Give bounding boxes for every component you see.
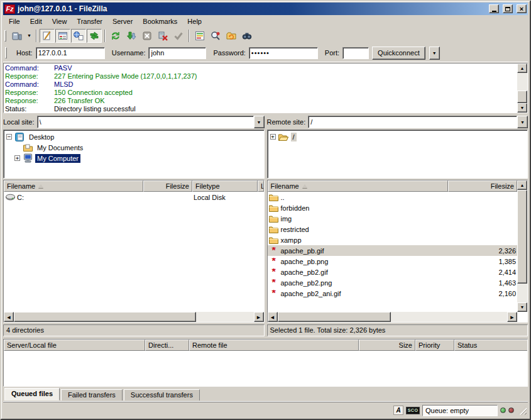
remote-file-row[interactable]: forbidden	[268, 202, 518, 213]
collapse-icon[interactable]	[6, 134, 12, 140]
remote-file-row[interactable]: img	[268, 213, 518, 224]
message-log-body: Command:PASV Response:227 Entering Passi…	[4, 64, 517, 113]
scrollbar-thumb[interactable]	[517, 91, 527, 103]
host-input[interactable]	[36, 47, 105, 59]
column-header-direction[interactable]: Directi...	[145, 340, 189, 351]
resize-grip[interactable]	[518, 406, 527, 415]
scroll-right-icon[interactable]: ▶	[254, 312, 264, 322]
tree-item-root[interactable]: /	[268, 131, 528, 142]
tab-successful-transfers[interactable]: Successful transfers	[124, 389, 200, 401]
tab-queued-files[interactable]: Queued files	[4, 388, 60, 401]
column-header-filesize[interactable]: Filesize	[448, 180, 518, 192]
toolbar-separator	[104, 30, 106, 42]
toggle-message-log-button[interactable]	[40, 29, 55, 43]
password-input[interactable]	[249, 47, 318, 59]
menu-item-help[interactable]: Help	[182, 16, 207, 26]
column-header-filetype[interactable]: Filetype	[192, 180, 258, 192]
toolbar-separator	[36, 30, 37, 42]
refresh-button[interactable]	[108, 29, 123, 43]
synchronized-browsing-button[interactable]	[224, 29, 239, 43]
statusbar: A SCO Queue: empty	[3, 402, 528, 417]
quickconnect-dropdown-button[interactable]: ▼	[429, 47, 440, 60]
remote-site-input[interactable]	[308, 116, 517, 128]
toggle-local-tree-button[interactable]	[55, 29, 70, 43]
menu-item-server[interactable]: Server	[107, 16, 138, 26]
find-files-button[interactable]	[239, 29, 255, 43]
remote-file-row[interactable]: *apache_pb2_ani.gif2,160	[268, 288, 518, 299]
log-line: Response:150 Connection accepted	[5, 89, 516, 97]
site-manager-button[interactable]	[9, 29, 25, 43]
column-header-remote-file[interactable]: Remote file	[189, 340, 359, 351]
column-header-filename[interactable]: Filename	[4, 180, 143, 192]
maximize-button[interactable]	[503, 4, 513, 13]
cancel-operation-button[interactable]	[140, 29, 155, 43]
scroll-up-icon[interactable]: ▲	[517, 64, 527, 73]
column-header-filename[interactable]: Filename	[268, 180, 448, 192]
process-queue-button[interactable]	[124, 29, 139, 43]
tab-failed-transfers[interactable]: Failed transfers	[61, 389, 123, 401]
tree-item-desktop[interactable]: Desktop	[4, 131, 264, 142]
disconnect-icon	[158, 31, 168, 41]
tree-item-my-documents[interactable]: My Documents	[4, 142, 264, 153]
remote-file-row[interactable]: ..	[268, 192, 518, 202]
local-horizontal-scrollbar[interactable]: ◀ ▶	[4, 312, 264, 322]
remote-file-row[interactable]: *apache_pb2.gif2,414	[268, 267, 518, 277]
log-line: Command:MLSD	[5, 80, 516, 89]
close-button[interactable]: ×	[517, 4, 527, 13]
scroll-left-icon[interactable]: ◀	[268, 312, 278, 322]
remote-file-row[interactable]: *apache_pb2.png1,463	[268, 277, 518, 288]
scroll-down-icon[interactable]: ▼	[517, 103, 527, 113]
remote-file-row[interactable]: *apache_pb.png1,385	[268, 256, 518, 267]
local-file-row[interactable]: C: Local Disk	[4, 192, 264, 202]
toggle-remote-tree-button[interactable]	[71, 29, 86, 43]
scrollbar-thumb[interactable]	[278, 312, 391, 322]
menu-item-view[interactable]: View	[47, 16, 72, 26]
remote-file-row[interactable]: restricted	[268, 224, 518, 235]
username-input[interactable]	[148, 47, 206, 59]
tree-item-my-computer[interactable]: My Computer	[4, 153, 264, 163]
message-log: Command:PASV Response:227 Entering Passi…	[3, 63, 528, 113]
log-vertical-scrollbar[interactable]: ▲ ▼	[517, 64, 527, 113]
scrollbar-thumb[interactable]	[517, 190, 527, 284]
port-input[interactable]	[342, 47, 369, 59]
menu-item-file[interactable]: File	[4, 16, 25, 26]
scroll-left-icon[interactable]: ◀	[4, 312, 14, 322]
scroll-right-icon[interactable]: ▶	[507, 312, 517, 322]
remote-site-combo[interactable]: ▼	[308, 116, 528, 128]
column-header-server-local-file[interactable]: Server/Local file	[4, 340, 145, 351]
expand-icon[interactable]	[270, 134, 276, 140]
activity-led-red-icon	[508, 407, 514, 413]
menu-item-transfer[interactable]: Transfer	[72, 16, 107, 26]
remote-vertical-scrollbar[interactable]: ▲ ▼	[517, 180, 527, 312]
remote-horizontal-scrollbar[interactable]: ◀ ▶	[268, 312, 518, 322]
toggle-transfer-queue-button[interactable]	[87, 29, 102, 43]
column-header-priority[interactable]: Priority	[415, 340, 454, 351]
column-header-filesize[interactable]: Filesize	[143, 180, 192, 192]
remote-site-dropdown-button[interactable]: ▼	[517, 116, 528, 128]
minimize-icon	[492, 11, 496, 12]
directory-comparison-button[interactable]	[208, 29, 223, 43]
remote-file-row-selected[interactable]: *apache_pb.gif2,326	[268, 245, 518, 256]
toolbar-grip[interactable]	[4, 30, 6, 41]
scroll-up-icon[interactable]: ▲	[517, 180, 527, 190]
titlebar[interactable]: Fz john@127.0.0.1 - FileZilla ×	[3, 3, 528, 15]
site-manager-dropdown-button[interactable]: ▼	[25, 29, 33, 43]
quickconnect-button[interactable]: Quickconnect	[372, 47, 425, 60]
minimize-button[interactable]	[489, 4, 499, 13]
local-site-input[interactable]	[37, 116, 254, 128]
menu-item-edit[interactable]: Edit	[25, 16, 47, 26]
quickconnect-grip[interactable]	[5, 47, 7, 58]
filter-button[interactable]	[192, 29, 207, 43]
column-header-size[interactable]: Size	[359, 340, 415, 351]
scrollbar-thumb[interactable]	[14, 312, 196, 322]
expand-icon[interactable]	[14, 155, 20, 161]
ok-check-button[interactable]	[171, 29, 186, 43]
local-site-combo[interactable]: ▼	[37, 116, 265, 128]
disconnect-button[interactable]	[155, 29, 170, 43]
local-site-dropdown-button[interactable]: ▼	[254, 116, 265, 128]
column-header-lastmodified[interactable]: L	[258, 180, 264, 192]
column-header-status[interactable]: Status	[454, 340, 527, 351]
scroll-down-icon[interactable]: ▼	[517, 302, 527, 312]
menu-item-bookmarks[interactable]: Bookmarks	[138, 16, 182, 26]
remote-file-row[interactable]: xampp	[268, 235, 518, 245]
